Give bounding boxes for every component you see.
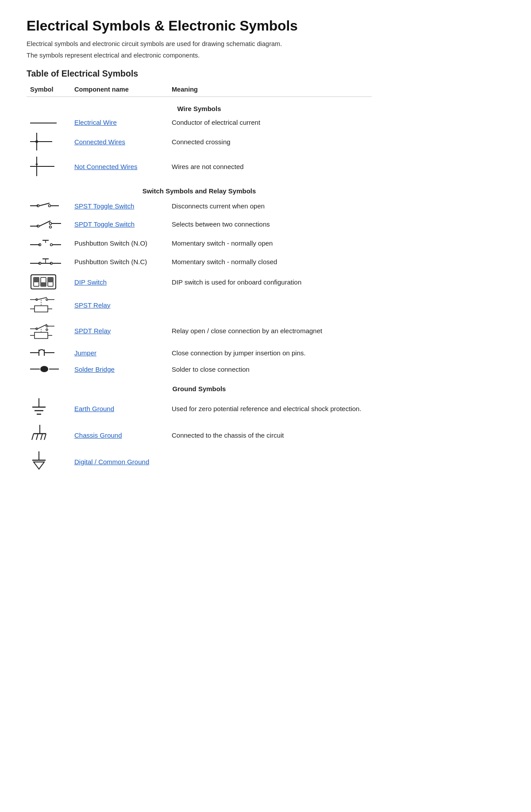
table-row: SPST Toggle Switch Disconnects current w… xyxy=(27,197,372,214)
svg-point-15 xyxy=(50,226,52,228)
table-row: SPDT Toggle Switch Selects between two c… xyxy=(27,214,372,234)
meaning-electrical-wire: Conductor of electrical current xyxy=(168,115,372,130)
svg-rect-46 xyxy=(35,332,48,339)
section-ground-symbols: Ground Symbols xyxy=(27,377,372,395)
component-dip-switch: DIP Switch xyxy=(71,271,168,293)
svg-line-69 xyxy=(32,434,34,440)
svg-rect-36 xyxy=(48,278,53,282)
table-row: SPST Relay xyxy=(27,293,372,317)
page-title: Electrical Symbols & Electronic Symbols xyxy=(27,18,372,34)
svg-line-70 xyxy=(36,434,38,440)
symbols-table: Symbol Component name Meaning Wire Symbo… xyxy=(27,84,372,475)
symbol-dip-switch xyxy=(27,271,71,293)
meaning-digital-ground xyxy=(168,448,372,475)
component-pushbutton-nc: Pushbutton Switch (N.C) xyxy=(71,252,168,271)
svg-line-51 xyxy=(38,324,47,329)
meaning-spdt: Selects between two connections xyxy=(168,214,372,234)
symbol-spst xyxy=(27,197,71,214)
symbol-not-connected-wires xyxy=(27,154,71,179)
symbol-pushbutton-no xyxy=(27,234,71,252)
component-pushbutton-no: Pushbutton Switch (N.O) xyxy=(71,234,168,252)
meaning-jumper: Close connection by jumper insertion on … xyxy=(168,344,372,361)
meaning-pushbutton-nc: Momentary switch - normally closed xyxy=(168,252,372,271)
intro-line-2: The symbols represent electrical and ele… xyxy=(27,52,372,59)
meaning-dip-switch: DIP switch is used for onboard configura… xyxy=(168,271,372,293)
intro-line-1: Electrical symbols and electronic circui… xyxy=(27,40,372,47)
svg-point-9 xyxy=(49,205,51,207)
component-jumper: Jumper xyxy=(71,344,168,361)
component-spdt: SPDT Toggle Switch xyxy=(71,214,168,234)
table-row: Pushbutton Switch (N.O) Momentary switch… xyxy=(27,234,372,252)
meaning-spdt-relay: Relay open / close connection by an elec… xyxy=(168,317,372,344)
table-row: Not Connected Wires Wires are not connec… xyxy=(27,154,372,179)
intro-section: Electrical symbols and electronic circui… xyxy=(27,40,372,59)
symbol-solder-bridge xyxy=(27,361,71,377)
svg-point-53 xyxy=(46,329,48,331)
svg-point-21 xyxy=(50,244,53,246)
table-row: Connected Wires Connected crossing xyxy=(27,130,372,154)
symbol-electrical-wire xyxy=(27,115,71,130)
svg-point-61 xyxy=(40,366,48,372)
section-wire-symbols: Wire Symbols xyxy=(27,97,372,115)
svg-point-43 xyxy=(46,299,48,300)
meaning-solder-bridge: Solder to close connection xyxy=(168,361,372,377)
component-earth-ground: Earth Ground xyxy=(71,395,168,422)
table-row: Chassis Ground Connected to the chassis … xyxy=(27,422,372,448)
table-title: Table of Electrical Symbols xyxy=(27,69,372,79)
svg-rect-37 xyxy=(35,306,48,312)
component-electrical-wire: Electrical Wire xyxy=(71,115,168,130)
symbol-spst-relay xyxy=(27,293,71,317)
col-symbol: Symbol xyxy=(27,84,71,97)
component-connected-wires: Connected Wires xyxy=(71,130,168,154)
section-switch-relay-symbols: Switch Symbols and Relay Symbols xyxy=(27,179,372,197)
meaning-spst: Disconnects current when open xyxy=(168,197,372,214)
symbol-pushbutton-nc xyxy=(27,252,71,271)
meaning-earth-ground: Used for zero potential reference and el… xyxy=(168,395,372,422)
svg-line-71 xyxy=(41,434,42,440)
component-spst: SPST Toggle Switch xyxy=(71,197,168,214)
svg-line-8 xyxy=(39,203,50,206)
svg-rect-34 xyxy=(34,278,38,282)
table-row: SPDT Relay Relay open / close connection… xyxy=(27,317,372,344)
col-component: Component name xyxy=(71,84,168,97)
svg-marker-75 xyxy=(34,462,44,469)
table-row: Electrical Wire Conductor of electrical … xyxy=(27,115,372,130)
table-row: DIP Switch DIP switch is used for onboar… xyxy=(27,271,372,293)
symbol-spdt-relay xyxy=(27,317,71,344)
component-spdt-relay: SPDT Relay xyxy=(71,317,168,344)
symbol-connected-wires xyxy=(27,130,71,154)
symbol-spdt xyxy=(27,214,71,234)
table-row: Solder Bridge Solder to close connection xyxy=(27,361,372,377)
svg-point-14 xyxy=(50,223,52,225)
svg-point-3 xyxy=(35,140,38,143)
meaning-chassis-ground: Connected to the chassis of the circuit xyxy=(168,422,372,448)
table-row: Digital / Common Ground xyxy=(27,448,372,475)
component-solder-bridge: Solder Bridge xyxy=(71,361,168,377)
svg-line-13 xyxy=(39,221,50,226)
symbol-digital-ground xyxy=(27,448,71,475)
table-row: Earth Ground Used for zero potential ref… xyxy=(27,395,372,422)
component-chassis-ground: Chassis Ground xyxy=(71,422,168,448)
meaning-pushbutton-no: Momentary switch - normally open xyxy=(168,234,372,252)
meaning-connected-wires: Connected crossing xyxy=(168,130,372,154)
table-row: Jumper Close connection by jumper insert… xyxy=(27,344,372,361)
component-spst-relay: SPST Relay xyxy=(71,293,168,317)
component-digital-ground: Digital / Common Ground xyxy=(71,448,168,475)
col-meaning: Meaning xyxy=(168,84,372,97)
component-not-connected-wires: Not Connected Wires xyxy=(71,154,168,179)
symbol-jumper xyxy=(27,344,71,361)
svg-point-52 xyxy=(46,325,48,327)
svg-line-42 xyxy=(38,297,47,300)
svg-line-72 xyxy=(44,434,46,440)
symbol-chassis-ground xyxy=(27,422,71,448)
symbol-earth-ground xyxy=(27,395,71,422)
table-row: Pushbutton Switch (N.C) Momentary switch… xyxy=(27,252,372,271)
meaning-spst-relay xyxy=(168,293,372,317)
meaning-not-connected-wires: Wires are not connected xyxy=(168,154,372,179)
svg-rect-35 xyxy=(41,282,46,286)
